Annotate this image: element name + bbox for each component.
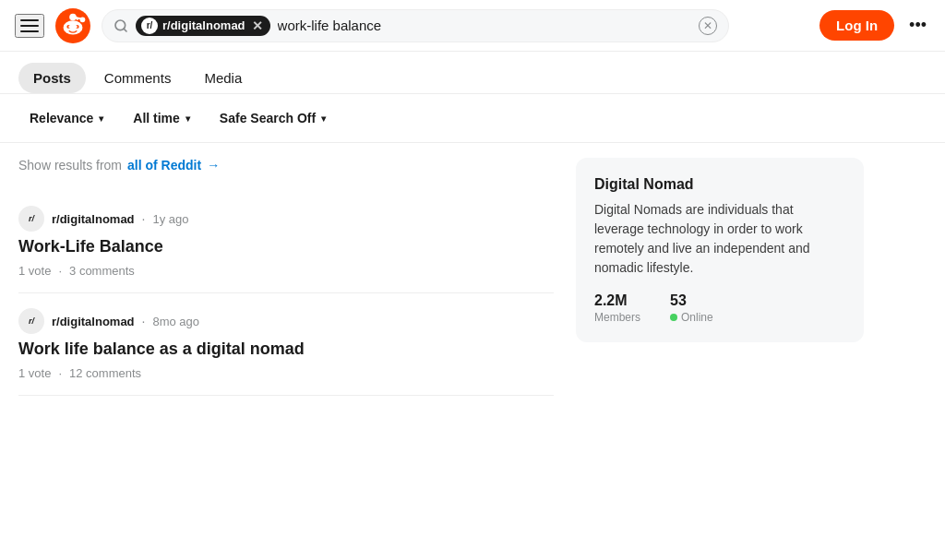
svg-point-8 [68,25,71,28]
post-comments: 3 comments [69,264,135,278]
filters-bar: Relevance ▾ All time ▾ Safe Search Off ▾ [0,94,945,143]
search-icon [114,18,128,33]
filter-time[interactable]: All time ▾ [122,105,201,131]
post-meta: r/ r/digitalnomad · 1y ago [18,206,554,232]
filter-safesearch-label: Safe Search Off [220,111,316,125]
post-stats: 1 vote · 12 comments [18,366,554,380]
filter-relevance-label: Relevance [30,111,93,125]
tab-comments[interactable]: Comments [90,63,186,93]
hamburger-button[interactable] [15,14,44,38]
header-actions: Log In ••• [819,10,930,41]
tab-media[interactable]: Media [189,63,257,93]
online-stat: 53 Online [670,292,713,324]
tab-posts[interactable]: Posts [18,63,86,93]
chevron-down-icon: ▾ [185,113,190,124]
post-meta: r/ r/digitalnomad · 8mo ago [18,308,554,334]
show-results-bar: Show results from all of Reddit → [18,158,554,173]
members-label: Members [594,311,640,324]
chevron-down-icon: ▾ [99,113,103,124]
show-results-link[interactable]: all of Reddit [127,158,201,173]
filter-time-label: All time [133,111,180,125]
search-tag: r/ r/digitalnomad ✕ [136,16,270,36]
post-comments: 12 comments [69,366,141,380]
search-bar: r/ r/digitalnomad ✕ ✕ [102,9,729,42]
sidebar: Digital Nomad Digital Nomads are individ… [576,158,864,396]
content-tabs: Posts Comments Media [0,52,945,94]
post-item: r/ r/digitalnomad · 1y ago Work-Life Bal… [18,191,554,293]
separator: · [58,366,62,380]
show-results-label: Show results from [18,158,122,173]
community-name: Digital Nomad [594,176,845,193]
search-clear-button[interactable]: ✕ [699,17,717,35]
svg-line-11 [124,29,126,31]
reddit-logo[interactable] [55,8,90,43]
tag-subreddit-icon: r/ [141,18,158,34]
separator: · [58,264,62,278]
filter-relevance[interactable]: Relevance ▾ [18,105,114,131]
login-button[interactable]: Log In [819,10,894,41]
search-tag-label: r/digitalnomad [162,18,245,32]
post-votes: 1 vote [18,264,51,278]
post-subreddit[interactable]: r/digitalnomad [52,315,135,328]
chevron-down-icon: ▾ [321,113,326,124]
post-subreddit[interactable]: r/digitalnomad [52,212,135,226]
avatar: r/ [18,308,44,334]
filter-safesearch[interactable]: Safe Search Off ▾ [209,105,337,131]
main-content: Show results from all of Reddit → r/ r/d… [0,143,945,411]
members-stat: 2.2M Members [594,292,640,324]
community-card: Digital Nomad Digital Nomads are individ… [576,158,864,342]
avatar: r/ [18,206,44,232]
post-votes: 1 vote [18,366,51,380]
post-time: 8mo ago [152,315,199,328]
post-item: r/ r/digitalnomad · 8mo ago Work life ba… [18,293,554,396]
search-input[interactable] [278,18,691,33]
community-description: Digital Nomads are individuals that leve… [594,200,845,278]
post-time: 1y ago [152,212,188,226]
svg-point-9 [75,25,78,28]
search-tag-close[interactable]: ✕ [252,18,263,33]
results-area: Show results from all of Reddit → r/ r/d… [18,158,554,396]
online-label: Online [670,311,713,324]
post-title[interactable]: Work life balance as a digital nomad [18,340,554,359]
online-indicator [670,314,677,321]
arrow-right-icon: → [207,158,220,173]
post-stats: 1 vote · 3 comments [18,264,554,278]
more-options-button[interactable]: ••• [905,12,930,39]
post-title[interactable]: Work-Life Balance [18,237,554,256]
online-value: 53 [670,292,713,309]
header: r/ r/digitalnomad ✕ ✕ Log In ••• [0,0,945,52]
members-value: 2.2M [594,292,640,309]
community-stats: 2.2M Members 53 Online [594,292,845,324]
